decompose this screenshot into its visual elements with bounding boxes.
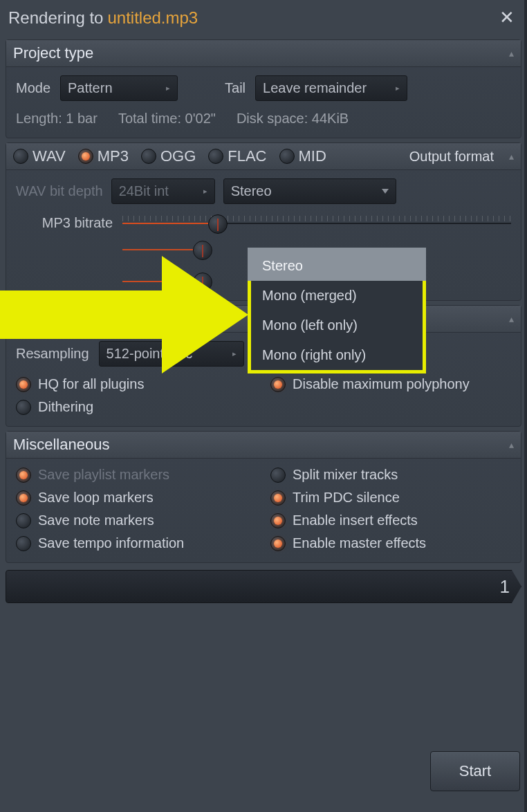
tail-value: Leave remainder <box>263 80 367 96</box>
start-button[interactable]: Start <box>430 751 520 791</box>
channel-option-mono-merged[interactable]: Mono (merged) <box>251 281 423 311</box>
check-save-tempo-info[interactable]: Save tempo information <box>16 535 257 551</box>
window-edge <box>524 0 527 812</box>
section-header-misc[interactable]: Miscellaneous ▴ <box>6 432 521 459</box>
check-dithering[interactable]: Dithering <box>16 399 257 415</box>
check-trim-pdc-silence[interactable]: Trim PDC silence <box>270 490 511 506</box>
chevron-right-icon: ▸ <box>203 187 207 196</box>
check-hq-plugins[interactable]: HQ for all plugins <box>16 376 257 392</box>
title-prefix: Rendering to <box>8 8 103 28</box>
title-bar: Rendering to untitled.mp3 ✕ <box>0 0 527 35</box>
project-type-title: Project type <box>13 44 509 62</box>
section-header-output-format[interactable]: WAV MP3 OGG FLAC MID Output format ▴ <box>6 143 521 170</box>
chevron-right-icon: ▸ <box>166 84 170 93</box>
channel-option-stereo[interactable]: Stereo <box>248 248 426 281</box>
chevron-up-icon: ▴ <box>509 48 514 59</box>
check-save-playlist-markers[interactable]: Save playlist markers <box>16 467 257 483</box>
check-enable-master-effects[interactable]: Enable master effects <box>270 535 511 551</box>
chevron-right-icon: ▸ <box>396 84 400 93</box>
format-mp3[interactable]: MP3 <box>78 147 129 165</box>
check-enable-insert-effects[interactable]: Enable insert effects <box>270 513 511 528</box>
mp3-bitrate-slider[interactable] <box>122 216 511 231</box>
channel-select-dropdown[interactable]: Stereo Mono (merged) Mono (left only) Mo… <box>248 248 426 373</box>
progress-value: 1 <box>500 576 510 598</box>
svg-marker-0 <box>0 256 248 373</box>
title-filename: untitled.mp3 <box>107 8 198 28</box>
check-split-mixer-tracks[interactable]: Split mixer tracks <box>270 467 511 483</box>
footer: 1 <box>6 570 521 603</box>
wav-depth-select: 24Bit int ▸ <box>111 178 215 204</box>
tail-select[interactable]: Leave remainder ▸ <box>255 75 407 101</box>
misc-title: Miscellaneous <box>13 436 509 454</box>
slider-knob[interactable] <box>208 214 228 234</box>
format-ogg[interactable]: OGG <box>141 147 196 165</box>
mode-value: Pattern <box>68 80 112 96</box>
output-format-title: Output format <box>409 149 494 165</box>
format-wav[interactable]: WAV <box>13 147 66 165</box>
annotation-arrow-icon <box>0 256 252 373</box>
channel-select[interactable]: Stereo <box>223 178 396 204</box>
channel-option-mono-left[interactable]: Mono (left only) <box>251 311 423 340</box>
section-project-type: Project type ▴ Mode Pattern ▸ Tail Leave… <box>6 39 521 138</box>
section-miscellaneous: Miscellaneous ▴ Save playlist markers Sp… <box>6 431 521 563</box>
disk-space-text: Disk space: 44KiB <box>237 111 349 127</box>
chevron-up-icon: ▴ <box>509 151 514 162</box>
chevron-up-icon: ▴ <box>509 313 514 324</box>
ogg-bitrate-slider[interactable] <box>122 242 205 257</box>
close-icon[interactable]: ✕ <box>495 6 519 30</box>
check-save-loop-markers[interactable]: Save loop markers <box>16 490 257 506</box>
format-flac[interactable]: FLAC <box>208 147 266 165</box>
wav-depth-label: WAV bit depth <box>16 183 103 199</box>
channel-value: Stereo <box>231 183 272 199</box>
progress-bar: 1 <box>6 570 521 603</box>
format-mid[interactable]: MID <box>279 147 326 165</box>
channel-option-mono-right[interactable]: Mono (right only) <box>251 340 423 370</box>
section-header-project-type[interactable]: Project type ▴ <box>6 40 521 67</box>
tail-label: Tail <box>225 80 246 96</box>
chevron-down-icon <box>382 189 389 194</box>
chevron-up-icon: ▴ <box>509 439 514 450</box>
mode-label: Mode <box>16 80 50 96</box>
mp3-bitrate-label: MP3 bitrate <box>16 215 113 231</box>
check-save-note-markers[interactable]: Save note markers <box>16 513 257 528</box>
mode-select[interactable]: Pattern ▸ <box>60 75 178 101</box>
wav-depth-value: 24Bit int <box>119 183 169 199</box>
check-disable-polyphony[interactable]: Disable maximum polyphony <box>270 376 511 392</box>
total-time-text: Total time: 0'02" <box>118 111 216 127</box>
length-text: Length: 1 bar <box>16 111 98 127</box>
